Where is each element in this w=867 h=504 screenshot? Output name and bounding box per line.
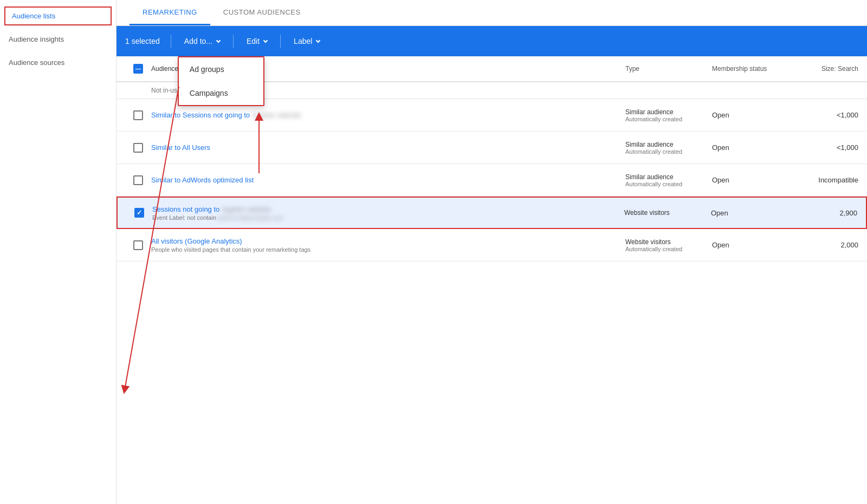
sidebar-item-label: Audience sources bbox=[9, 58, 64, 67]
row-membership-1: Open bbox=[712, 111, 788, 119]
header-type: Type bbox=[625, 65, 712, 73]
checkbox-1[interactable] bbox=[133, 110, 143, 120]
row-checkbox-5[interactable] bbox=[125, 240, 151, 250]
row-checkbox-4[interactable] bbox=[126, 208, 152, 218]
sidebar-item-label: Audience lists bbox=[12, 12, 55, 20]
toolbar: 1 selected Add to... Ad groups Campaigns… bbox=[117, 26, 867, 56]
tab-bar: REMARKETING CUSTOM AUDIENCES bbox=[117, 0, 867, 26]
chevron-down-icon-3 bbox=[316, 38, 320, 43]
audience-link-1[interactable]: Similar to Sessions not going to registe… bbox=[151, 111, 301, 119]
row-membership-2: Open bbox=[712, 143, 788, 152]
row-checkbox-3[interactable] bbox=[125, 175, 151, 185]
tab-custom-audiences[interactable]: CUSTOM AUDIENCES bbox=[210, 1, 314, 25]
row-audience-4: Sessions not going to register website E… bbox=[152, 205, 624, 221]
sidebar-item-audience-sources[interactable]: Audience sources bbox=[0, 53, 116, 72]
chevron-down-icon bbox=[216, 38, 221, 43]
row-type-5: Website visitors Automatically created bbox=[625, 238, 712, 252]
audience-sub-5: People who visited pages that contain yo… bbox=[151, 246, 621, 253]
dropdown-item-campaigns[interactable]: Campaigns bbox=[179, 81, 263, 105]
blurred-text-4a: register website bbox=[222, 205, 271, 213]
audience-link-2[interactable]: Similar to All Users bbox=[151, 143, 210, 152]
table-row-selected: Sessions not going to register website E… bbox=[117, 197, 867, 229]
select-all-checkbox[interactable] bbox=[133, 64, 143, 74]
checkbox-2[interactable] bbox=[133, 143, 143, 153]
blurred-text-1: register website bbox=[252, 111, 301, 119]
row-checkbox-2[interactable] bbox=[125, 143, 151, 153]
add-to-dropdown-container: Add to... Ad groups Campaigns bbox=[178, 32, 227, 50]
row-size-3: Incompatible bbox=[788, 176, 858, 184]
chevron-down-icon-2 bbox=[263, 38, 268, 43]
checkbox-3[interactable] bbox=[133, 175, 143, 185]
blurred-text-4b: went to www.mysite.com bbox=[218, 214, 283, 221]
row-audience-5: All visitors (Google Analytics) People w… bbox=[151, 237, 625, 253]
row-size-1: <1,000 bbox=[788, 111, 858, 119]
audience-link-4[interactable]: Sessions not going to register website bbox=[152, 205, 271, 213]
selected-count: 1 selected bbox=[125, 37, 160, 45]
header-size: Size: Search bbox=[788, 65, 858, 73]
main-content: REMARKETING CUSTOM AUDIENCES 1 selected … bbox=[117, 0, 867, 504]
table-row: Similar to All Users Similar audience Au… bbox=[117, 132, 867, 164]
sidebar-item-audience-lists[interactable]: Audience lists bbox=[4, 6, 112, 25]
dropdown-item-ad-groups[interactable]: Ad groups bbox=[179, 57, 263, 81]
sidebar-item-label: Audience insights bbox=[9, 35, 64, 43]
tab-remarketing[interactable]: REMARKETING bbox=[130, 1, 210, 25]
row-checkbox-1[interactable] bbox=[125, 110, 151, 120]
table-area: Audience name Type Membership status Siz… bbox=[117, 56, 867, 504]
row-type-2: Similar audience Automatically created bbox=[625, 141, 712, 155]
row-type-1: Similar audience Automatically created bbox=[625, 108, 712, 122]
row-size-5: 2,000 bbox=[788, 241, 858, 249]
row-audience-2: Similar to All Users bbox=[151, 143, 625, 152]
checkbox-4[interactable] bbox=[134, 208, 144, 218]
header-checkbox-col bbox=[125, 64, 151, 74]
toolbar-divider bbox=[171, 35, 171, 48]
audience-link-5[interactable]: All visitors (Google Analytics) bbox=[151, 237, 242, 245]
row-audience-3: Similar to AdWords optimized list bbox=[151, 176, 625, 184]
sidebar-item-audience-insights[interactable]: Audience insights bbox=[0, 30, 116, 49]
label-button[interactable]: Label bbox=[287, 32, 326, 50]
row-size-4: 2,900 bbox=[787, 209, 857, 217]
checkbox-5[interactable] bbox=[133, 240, 143, 250]
audience-sub-4: Event Label: not contain went to www.mys… bbox=[152, 214, 620, 221]
add-to-button[interactable]: Add to... bbox=[178, 32, 227, 50]
add-to-dropdown-menu: Ad groups Campaigns bbox=[178, 56, 264, 106]
table-row: All visitors (Google Analytics) People w… bbox=[117, 229, 867, 261]
row-size-2: <1,000 bbox=[788, 143, 858, 152]
toolbar-divider-3 bbox=[280, 35, 281, 48]
row-type-4: Website visitors bbox=[624, 209, 711, 217]
sidebar: Audience lists Audience insights Audienc… bbox=[0, 0, 117, 504]
row-audience-1: Similar to Sessions not going to registe… bbox=[151, 111, 625, 119]
row-type-3: Similar audience Automatically created bbox=[625, 173, 712, 187]
edit-button[interactable]: Edit bbox=[240, 32, 274, 50]
toolbar-divider-2 bbox=[233, 35, 234, 48]
header-membership: Membership status bbox=[712, 65, 788, 73]
audience-link-3[interactable]: Similar to AdWords optimized list bbox=[151, 176, 254, 184]
row-membership-5: Open bbox=[712, 241, 788, 249]
row-membership-3: Open bbox=[712, 176, 788, 184]
row-membership-4: Open bbox=[711, 209, 787, 217]
table-row: Similar to AdWords optimized list Simila… bbox=[117, 164, 867, 197]
